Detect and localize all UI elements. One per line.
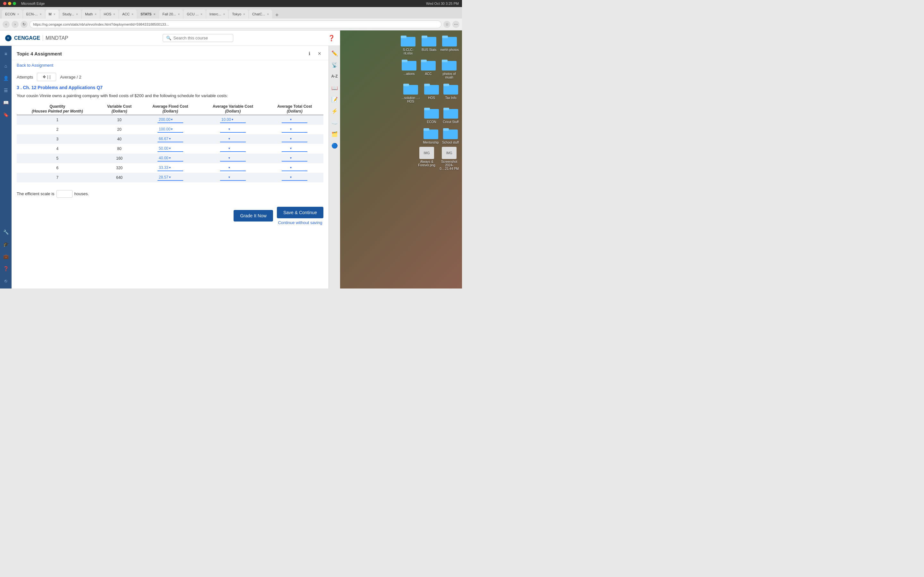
dropdown-cell[interactable]: 50.00 ▾ bbox=[158, 145, 183, 152]
folder-econ[interactable]: ECON bbox=[423, 106, 439, 124]
dropdown-cell[interactable]: ▾ bbox=[282, 117, 307, 123]
search-input[interactable] bbox=[173, 35, 230, 40]
dropdown-cell[interactable]: 100.00 ▾ bbox=[158, 126, 183, 133]
nav-briefcase-icon[interactable]: 💼 bbox=[1, 251, 11, 261]
folder-tax[interactable]: Tax Info bbox=[443, 82, 459, 103]
folder-photos-muah[interactable]: photos of muah bbox=[439, 58, 459, 79]
back-to-assignment-link[interactable]: Back to Assignment bbox=[11, 60, 328, 70]
efficient-scale-input[interactable] bbox=[57, 190, 73, 198]
table-cell-qty: 7 bbox=[17, 173, 98, 182]
dropdown-cell[interactable]: 66.67 ▾ bbox=[158, 136, 183, 142]
tool-folder-icon[interactable]: 🗂️ bbox=[330, 129, 339, 139]
tool-notes-icon[interactable]: 📝 bbox=[330, 95, 339, 104]
dropdown-cell[interactable]: ▾ bbox=[282, 126, 307, 133]
folder-bus-stats[interactable]: BUS Stats bbox=[421, 34, 437, 55]
address-bar[interactable]: https://ng.cengage.com/static/nb/ui/evo/… bbox=[29, 21, 441, 28]
tab-fall[interactable]: Fall 20...× bbox=[159, 10, 183, 19]
mindtap-brand: MINDTAP bbox=[45, 35, 68, 41]
folder-icon bbox=[443, 126, 459, 140]
close-button[interactable] bbox=[3, 2, 6, 5]
dropdown-cell[interactable]: ▾ bbox=[282, 155, 307, 161]
nav-list-icon[interactable]: ☰ bbox=[1, 85, 11, 95]
tool-az-icon[interactable]: A-Z bbox=[330, 71, 339, 81]
dropdown-cell[interactable]: 10.00 ▾ bbox=[220, 117, 246, 123]
save-continue-button[interactable]: Save & Continue bbox=[277, 207, 323, 218]
tab-stats[interactable]: STATS× bbox=[137, 10, 158, 19]
tool-flash-icon[interactable]: ⚡ bbox=[330, 106, 339, 116]
nav-logout-icon[interactable]: ⎋ bbox=[1, 276, 11, 285]
dropdown-cell[interactable]: ▾ bbox=[220, 155, 246, 161]
table-row: 5 160 40.00 ▾ ▾ ▾ bbox=[17, 153, 323, 163]
close-icon[interactable]: ✕ bbox=[316, 50, 323, 57]
bookmark-button[interactable]: ☆ bbox=[443, 21, 451, 28]
menu-button[interactable]: ⋯ bbox=[452, 21, 459, 28]
tab-interc[interactable]: Interc...× bbox=[206, 10, 228, 19]
nav-expand-icon[interactable]: ≡ bbox=[1, 49, 11, 59]
dropdown-cell[interactable]: ▾ bbox=[220, 174, 246, 181]
col-header-atc: Average Total Cost (Dollars) bbox=[266, 103, 323, 115]
tab-study[interactable]: Study...× bbox=[59, 10, 81, 19]
dropdown-cell[interactable]: ▾ bbox=[282, 174, 307, 181]
folder-hos[interactable]: HOS bbox=[423, 82, 439, 103]
dropdown-cell[interactable]: 28.57 ▾ bbox=[158, 174, 183, 181]
tab-acc[interactable]: ACC× bbox=[119, 10, 137, 19]
attempts-input[interactable]: ✥ | | bbox=[37, 73, 56, 81]
tool-cloud-icon[interactable]: ☁️ bbox=[330, 118, 339, 127]
folder-label: Tax Info bbox=[445, 96, 456, 100]
new-tab-button[interactable]: + bbox=[273, 12, 281, 19]
dropdown-cell[interactable]: ▾ bbox=[220, 165, 246, 171]
folder-acc[interactable]: ACC bbox=[420, 58, 436, 79]
refresh-button[interactable]: ↻ bbox=[21, 21, 27, 28]
tab-gcu[interactable]: GCU ...× bbox=[184, 10, 206, 19]
tool-circle-icon[interactable]: 🔵 bbox=[330, 141, 339, 150]
dropdown-cell[interactable]: ▾ bbox=[282, 136, 307, 142]
folder-mentorship[interactable]: Mentorship bbox=[423, 126, 439, 144]
svg-rect-11 bbox=[442, 60, 447, 62]
dropdown-cell[interactable]: 200.00 ▾ bbox=[158, 117, 183, 123]
tab-hos[interactable]: HOS× bbox=[100, 10, 118, 19]
minimize-button[interactable] bbox=[8, 2, 11, 5]
svg-rect-10 bbox=[442, 61, 457, 71]
nav-hat-icon[interactable]: 🎓 bbox=[1, 239, 11, 249]
back-button[interactable]: ‹ bbox=[3, 21, 10, 28]
nav-home-icon[interactable]: ⌂ bbox=[1, 61, 11, 71]
tab-econ[interactable]: ECON× bbox=[2, 10, 23, 19]
nav-bookmark-icon[interactable]: 🔖 bbox=[1, 110, 11, 119]
dropdown-cell[interactable]: ▾ bbox=[220, 126, 246, 133]
folder-ations[interactable]: ...ations bbox=[401, 58, 417, 79]
grade-it-now-button[interactable]: Grade It Now bbox=[234, 210, 273, 221]
nav-user-icon[interactable]: 👤 bbox=[1, 73, 11, 83]
nav-book-icon[interactable]: 📖 bbox=[1, 98, 11, 107]
folder-cricut[interactable]: Cricut Stuff bbox=[443, 106, 459, 124]
nav-question-icon[interactable]: ❓ bbox=[1, 264, 11, 274]
dropdown-cell[interactable]: ▾ bbox=[282, 145, 307, 152]
tab-tokyo[interactable]: Tokyo× bbox=[229, 10, 248, 19]
tool-book-icon[interactable]: 📖 bbox=[330, 83, 339, 93]
tab-mindtap[interactable]: M× bbox=[45, 10, 59, 19]
table-cell-qty: 5 bbox=[17, 153, 98, 163]
tab-ecn[interactable]: ECN-...× bbox=[23, 10, 45, 19]
continue-without-saving-link[interactable]: Continue without saving bbox=[278, 220, 322, 225]
search-bar[interactable]: 🔍 bbox=[163, 34, 233, 42]
info-icon[interactable]: ℹ bbox=[305, 50, 313, 57]
tab-chat[interactable]: ChatC...× bbox=[249, 10, 272, 19]
tool-pencil-icon[interactable]: ✏️ bbox=[330, 48, 339, 58]
forward-button[interactable]: › bbox=[11, 21, 19, 28]
dropdown-cell[interactable]: 33.33 ▾ bbox=[158, 165, 183, 171]
folder-mehh-photos[interactable]: mehh photos bbox=[440, 34, 459, 55]
dropdown-cell[interactable]: ▾ bbox=[220, 136, 246, 142]
folder-solution[interactable]: ...solution ...-HOS bbox=[401, 82, 420, 103]
folder-s-clc[interactable]: S-CLC-nt.xlsx bbox=[399, 34, 418, 55]
tab-math[interactable]: Math× bbox=[82, 10, 100, 19]
file-screenshot[interactable]: IMG Screenshot 2024-0....21.44 PM bbox=[439, 147, 459, 171]
dropdown-cell[interactable]: ▾ bbox=[220, 145, 246, 152]
tool-rss-icon[interactable]: 📡 bbox=[330, 60, 339, 69]
nav-wrench-icon[interactable]: 🔧 bbox=[1, 227, 11, 237]
maximize-button[interactable] bbox=[13, 2, 16, 5]
svg-rect-23 bbox=[423, 128, 429, 131]
help-icon[interactable]: ❓ bbox=[328, 35, 335, 42]
dropdown-cell[interactable]: ▾ bbox=[282, 165, 307, 171]
dropdown-cell[interactable]: 40.00 ▾ bbox=[158, 155, 183, 161]
file-always-forever[interactable]: IMG Always & Forever.png bbox=[417, 147, 436, 171]
folder-school-stuff[interactable]: School stuff bbox=[442, 126, 459, 144]
